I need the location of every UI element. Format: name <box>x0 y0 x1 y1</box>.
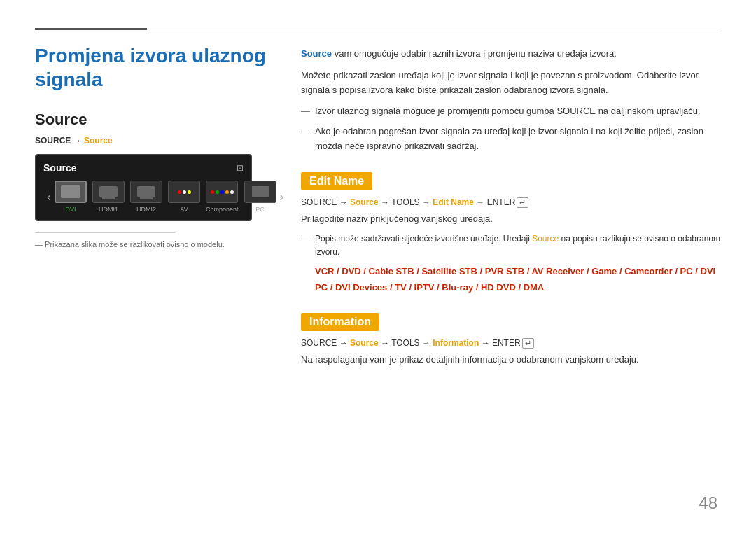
information-desc: Na raspolaganju vam je prikaz detaljnih … <box>301 353 721 367</box>
source-item-icon-av <box>168 181 200 203</box>
pc-icon <box>252 186 269 197</box>
source-item-hdmi1[interactable]: HDMI1 <box>92 181 125 213</box>
edit-name-path-source: Source <box>350 197 379 207</box>
source-item-label-av: AV <box>180 206 188 213</box>
info-path-link: Information <box>433 338 479 348</box>
edit-name-header: Edit Name <box>301 172 372 190</box>
source-item-label-pc: PC <box>255 206 265 213</box>
edit-name-path: SOURCE → Source → TOOLS → Edit Name → EN… <box>301 197 721 208</box>
source-item-label-component: Component <box>206 206 239 213</box>
intro-line2: Možete prikazati zaslon uređaja koji je … <box>301 69 721 98</box>
information-path: SOURCE → Source → TOOLS → Information → … <box>301 338 721 349</box>
source-ui-items: ‹ DVI <box>43 181 244 213</box>
source-item-component[interactable]: Component <box>206 181 239 213</box>
edit-name-path-suffix: → ENTER <box>474 197 515 207</box>
component-icon <box>211 190 234 194</box>
page-number: 48 <box>699 493 718 513</box>
info-path-suffix: → ENTER <box>479 338 520 348</box>
enter-icon-2: ↵ <box>522 338 534 349</box>
dvi-icon <box>61 185 80 198</box>
intro-line1-text: vam omogućuje odabir raznih izvora i pro… <box>332 48 617 59</box>
component-dot-white <box>230 190 234 194</box>
page-title: Promjena izvora ulaznog signala <box>35 44 273 91</box>
divider <box>35 232 175 233</box>
page-container: Promjena izvora ulaznog signala Source S… <box>0 0 756 534</box>
source-item-label-hdmi2: HDMI2 <box>136 206 156 213</box>
info-path-prefix: SOURCE → <box>301 338 350 348</box>
component-dot-red <box>211 190 214 194</box>
info-path-source: Source <box>350 338 379 348</box>
component-dot-green <box>216 190 219 194</box>
breadcrumb-link: Source <box>84 136 113 146</box>
enter-icon-1: ↵ <box>517 197 528 208</box>
av-icon <box>178 190 191 194</box>
source-ui-mockup: Source ⊡ ‹ DVI <box>35 154 252 221</box>
source-item-icon-dvi <box>55 181 87 203</box>
source-ui-title: Source <box>43 162 76 174</box>
source-item-pc[interactable]: PC <box>244 181 276 213</box>
hdmi1-icon <box>99 186 118 197</box>
av-dot-yellow <box>188 190 191 194</box>
intro-source-link: Source <box>301 48 332 59</box>
edit-name-desc: Prilagodite naziv priključenog vanjskog … <box>301 212 721 227</box>
source-item-dvi[interactable]: DVI <box>55 181 87 213</box>
edit-name-path-link: Edit Name <box>433 197 474 207</box>
source-ui-header: Source ⊡ <box>43 162 244 174</box>
source-item-av[interactable]: AV <box>168 181 200 213</box>
footnote: Prikazana slika može se razlikovati ovis… <box>35 240 273 248</box>
source-item-icon-pc <box>244 181 276 203</box>
information-header: Information <box>301 313 379 331</box>
source-item-icon-component <box>206 181 238 203</box>
main-content: Promjena izvora ulaznog signala Source S… <box>35 44 721 506</box>
rule-dark <box>35 28 147 30</box>
edit-name-path-prefix: SOURCE → <box>301 197 350 207</box>
left-column: Promjena izvora ulaznog signala Source S… <box>35 44 273 506</box>
hdmi2-icon <box>137 186 155 197</box>
edit-name-note: Popis može sadržavati sljedeće izvorišne… <box>301 232 721 259</box>
source-items-row: DVI HDMI1 <box>55 181 276 213</box>
source-item-icon-hdmi2 <box>130 181 162 203</box>
device-list: VCR / DVD / Cable STB / Satellite STB / … <box>301 263 721 296</box>
note-source-link: Source <box>532 234 559 244</box>
source-item-icon-hdmi1 <box>92 181 125 203</box>
av-dot-red <box>178 190 181 194</box>
component-dot-blue <box>220 190 224 194</box>
intro-line1: Source vam omogućuje odabir raznih izvor… <box>301 47 721 62</box>
source-ui-icon: ⊡ <box>237 163 244 173</box>
bullet-1: Izvor ulaznog signala moguće je promijen… <box>301 104 721 119</box>
source-nav-next[interactable]: › <box>276 190 288 204</box>
source-item-hdmi2[interactable]: HDMI2 <box>130 181 162 213</box>
component-dot-orange <box>225 190 229 194</box>
rule-light <box>147 29 721 29</box>
edit-name-path-middle: → TOOLS → <box>379 197 433 207</box>
source-item-label-hdmi1: HDMI1 <box>99 206 118 213</box>
info-path-middle: → TOOLS → <box>379 338 433 348</box>
right-column: Source vam omogućuje odabir raznih izvor… <box>301 44 721 506</box>
note-prefix: Popis može sadržavati sljedeće izvorišne… <box>315 234 532 244</box>
breadcrumb: SOURCE → Source <box>35 136 273 146</box>
source-item-label-dvi: DVI <box>65 206 76 213</box>
source-nav-prev[interactable]: ‹ <box>43 190 55 204</box>
av-dot-white <box>183 190 186 194</box>
top-rules <box>35 28 721 30</box>
bullet-2: Ako je odabran pogrešan izvor signala za… <box>301 125 721 154</box>
section-heading: Source <box>35 111 273 129</box>
device-list-text: VCR / DVD / Cable STB / Satellite STB / … <box>315 266 715 293</box>
